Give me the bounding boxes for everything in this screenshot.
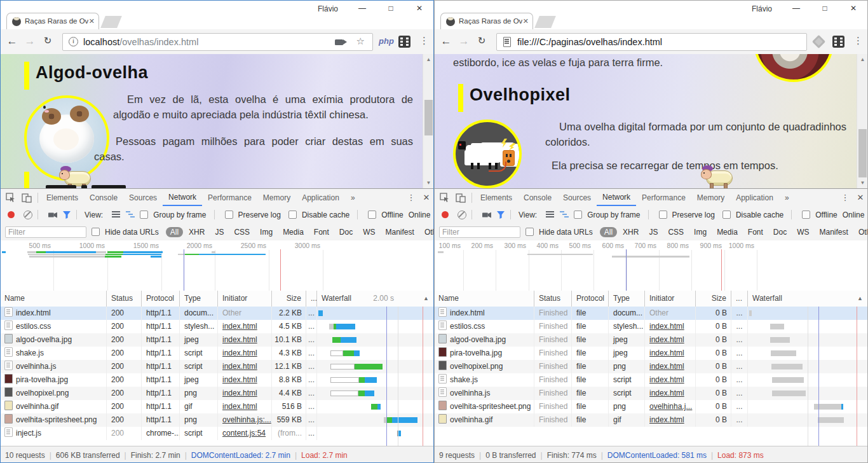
column-header-protocol[interactable]: Protocol: [142, 291, 180, 307]
scroll-down-icon[interactable]: ▼: [857, 177, 868, 188]
devtools-tab-console[interactable]: Console: [84, 190, 123, 205]
initiator-link[interactable]: ovelhinha.j...: [649, 402, 692, 411]
minimize-button[interactable]: —: [351, 0, 373, 17]
list-view-icon[interactable]: [112, 211, 120, 218]
type-filter-xhr[interactable]: XHR: [618, 227, 643, 237]
devtools-tab-application[interactable]: Application: [730, 190, 779, 205]
column-header-type[interactable]: Type: [180, 291, 218, 307]
column-header-name[interactable]: Name: [0, 291, 107, 307]
initiator-link[interactable]: index.html: [222, 389, 257, 397]
type-filter-manifest[interactable]: Manifest: [381, 227, 419, 237]
reload-button[interactable]: ↻: [475, 35, 489, 46]
minimize-button[interactable]: —: [785, 0, 807, 17]
hide-data-urls-checkbox[interactable]: [526, 228, 534, 236]
column-header-initiator[interactable]: Initiator: [645, 291, 696, 307]
list-view-icon[interactable]: [546, 211, 554, 218]
bookmark-star-icon[interactable]: ☆: [356, 36, 365, 47]
table-row-index.html[interactable]: index.htmlFinishedfiledocum...Other0 B..…: [434, 307, 868, 320]
devtools-tab-application[interactable]: Application: [296, 190, 345, 205]
clear-icon[interactable]: [458, 211, 466, 219]
initiator-link[interactable]: index.html: [649, 415, 684, 424]
new-tab-button[interactable]: [534, 16, 556, 28]
browser-menu-icon[interactable]: ⋮: [853, 35, 863, 46]
scrollbar-thumb[interactable]: [424, 100, 433, 135]
devtools-close-icon[interactable]: ✕: [419, 193, 434, 202]
devtools-tab-sources[interactable]: Sources: [557, 190, 597, 205]
column-header-waterfall[interactable]: Waterfall2.00 s▲: [317, 291, 434, 307]
film-extension-icon[interactable]: [832, 36, 844, 48]
column-header-protocol[interactable]: Protocol: [572, 291, 609, 307]
devtools-tab-performance[interactable]: Performance: [202, 190, 257, 205]
clear-icon[interactable]: [24, 211, 32, 219]
initiator-link[interactable]: index.html: [222, 375, 257, 384]
forward-button[interactable]: →: [457, 35, 471, 48]
devtools-tab-network[interactable]: Network: [163, 189, 202, 206]
tab-close-icon[interactable]: ✕: [523, 17, 529, 25]
waterfall-view-icon[interactable]: [560, 211, 569, 218]
filter-funnel-icon[interactable]: [496, 211, 505, 219]
initiator-link[interactable]: index.html: [649, 389, 684, 397]
screenshot-camera-icon[interactable]: [48, 211, 57, 219]
table-row-algod-ovelha.jpg[interactable]: algod-ovelha.jpg200http/1.1jpegindex.htm…: [0, 333, 434, 347]
table-row-ovelhinha.gif[interactable]: ovelhinha.gifFinishedfilegifindex.html0 …: [434, 413, 868, 427]
table-row-ovelhinha.js[interactable]: ovelhinha.jsFinishedfilescriptindex.html…: [434, 387, 868, 400]
page-info-icon[interactable]: i: [69, 37, 78, 46]
column-header-more[interactable]: ...: [731, 291, 748, 307]
browser-menu-icon[interactable]: ⋮: [419, 35, 429, 46]
php-extension-icon[interactable]: php: [379, 36, 394, 46]
scrollbar-thumb[interactable]: [858, 129, 867, 177]
column-header-status[interactable]: Status: [107, 291, 142, 307]
disable-cache-checkbox[interactable]: [288, 211, 297, 219]
type-filter-all[interactable]: All: [600, 227, 617, 237]
table-row-algod-ovelha.jpg[interactable]: algod-ovelha.jpgFinishedfilejpegindex.ht…: [434, 333, 868, 347]
column-header-name[interactable]: Name: [434, 291, 534, 307]
devtools-tab-sources[interactable]: Sources: [123, 190, 163, 205]
devtools-tab-performance[interactable]: Performance: [636, 190, 691, 205]
devtools-tab-network[interactable]: Network: [597, 189, 636, 206]
profile-name[interactable]: Flávio: [752, 4, 772, 13]
type-filter-other[interactable]: Other: [854, 227, 868, 237]
type-filter-css[interactable]: CSS: [229, 227, 254, 237]
table-row-inject.js[interactable]: inject.js200chrome-...scriptcontent.js:5…: [0, 427, 434, 440]
reload-button[interactable]: ↻: [41, 35, 55, 46]
initiator-link[interactable]: index.html: [649, 375, 684, 384]
type-filter-ws[interactable]: WS: [792, 227, 813, 237]
devtools-tab-elements[interactable]: Elements: [41, 190, 84, 205]
initiator-link[interactable]: index.html: [222, 335, 257, 344]
offline-checkbox[interactable]: [368, 211, 376, 219]
devtools-close-icon[interactable]: ✕: [853, 193, 868, 202]
initiator-link[interactable]: index.html: [222, 402, 257, 411]
initiator-link[interactable]: index.html: [222, 362, 257, 371]
type-filter-img[interactable]: Img: [689, 227, 711, 237]
type-filter-img[interactable]: Img: [255, 227, 277, 237]
type-filter-other[interactable]: Other: [420, 227, 434, 237]
hide-data-urls-checkbox[interactable]: [92, 228, 100, 236]
devtools-menu-icon[interactable]: ⋮: [837, 193, 853, 202]
film-extension-icon[interactable]: [398, 36, 410, 48]
network-overview-timeline[interactable]: 500 ms1000 ms1500 ms2000 ms2500 ms3000 m…: [0, 240, 434, 291]
table-row-ovelhita-spritesheet.png[interactable]: ovelhita-spritesheet.png200http/1.1pngov…: [0, 413, 434, 427]
devtools-menu-icon[interactable]: ⋮: [403, 193, 419, 202]
address-bar[interactable]: file:///C:/paginas/ovelhas/index.html: [496, 33, 807, 51]
devtools-tab-more[interactable]: »: [345, 190, 361, 205]
type-filter-manifest[interactable]: Manifest: [815, 227, 853, 237]
type-filter-doc[interactable]: Doc: [769, 227, 791, 237]
scroll-down-icon[interactable]: ▼: [423, 177, 434, 188]
devtools-tab-memory[interactable]: Memory: [257, 190, 296, 205]
column-header-initiator[interactable]: Initiator: [218, 291, 272, 307]
table-row-ovelhita-spritesheet.png[interactable]: ovelhita-spritesheet.pngFinishedfilepngo…: [434, 400, 868, 413]
forward-button[interactable]: →: [23, 35, 37, 48]
record-icon[interactable]: [8, 211, 15, 218]
close-button[interactable]: ✕: [409, 0, 430, 17]
preserve-log-checkbox[interactable]: [659, 211, 667, 219]
table-row-shake.js[interactable]: shake.js200http/1.1scriptindex.html4.3 K…: [0, 347, 434, 360]
table-row-ovelhopixel.png[interactable]: ovelhopixel.pngFinishedfilepngindex.html…: [434, 360, 868, 373]
inspect-element-icon[interactable]: [6, 193, 16, 203]
column-header-waterfall[interactable]: Waterfall▲: [748, 291, 868, 307]
table-row-ovelhinha.gif[interactable]: ovelhinha.gif200http/1.1gifindex.html516…: [0, 400, 434, 413]
group-by-frame-checkbox[interactable]: [140, 211, 148, 219]
diamond-extension-icon[interactable]: [812, 35, 825, 48]
page-scrollbar[interactable]: ▲ ▼: [857, 54, 868, 188]
type-filter-xhr[interactable]: XHR: [184, 227, 209, 237]
initiator-link[interactable]: content.js:54: [222, 429, 266, 438]
